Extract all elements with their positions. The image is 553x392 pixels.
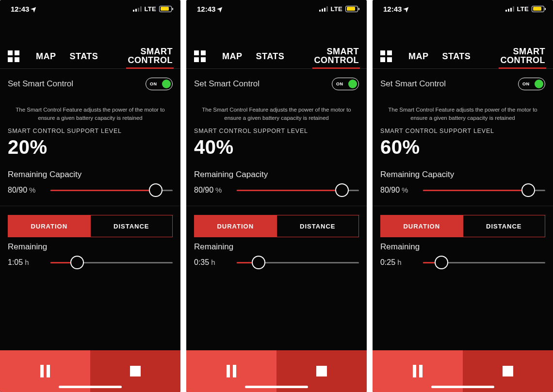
battery-icon bbox=[159, 6, 172, 12]
capacity-slider[interactable] bbox=[423, 183, 545, 197]
phone-screen: 12:43➤LTEMAPSTATSSMARTCONTROLSet Smart C… bbox=[186, 0, 367, 392]
segment-duration[interactable]: DURATION bbox=[381, 215, 463, 237]
support-level-value: 40% bbox=[186, 136, 367, 165]
capacity-value: 80/90% bbox=[380, 186, 416, 195]
support-level-value: 20% bbox=[0, 136, 180, 165]
smart-control-title: Set Smart Control bbox=[8, 79, 73, 89]
remaining-label: Remaining bbox=[0, 237, 180, 256]
home-indicator[interactable] bbox=[431, 386, 494, 388]
signal-icon bbox=[319, 6, 328, 12]
pause-icon bbox=[227, 365, 236, 377]
capacity-label: Remaining Capacity bbox=[186, 165, 367, 183]
grid-button[interactable] bbox=[380, 50, 392, 62]
battery-icon bbox=[345, 6, 358, 12]
remaining-slider[interactable] bbox=[50, 256, 173, 269]
phone-screen: 12:43➤LTEMAPSTATSSMARTCONTROLSet Smart C… bbox=[0, 0, 180, 392]
location-icon: ➤ bbox=[29, 4, 39, 14]
support-level-label: SMART CONTROL SUPPORT LEVEL bbox=[373, 126, 553, 136]
remaining-label: Remaining bbox=[186, 237, 367, 256]
capacity-slider[interactable] bbox=[50, 183, 173, 197]
segment-distance[interactable]: DISTANCE bbox=[90, 215, 173, 237]
capacity-label: Remaining Capacity bbox=[0, 165, 180, 183]
mode-segmented: DURATIONDISTANCE bbox=[194, 215, 359, 237]
remaining-value: 0:35h bbox=[194, 258, 230, 267]
location-icon: ➤ bbox=[215, 4, 225, 14]
home-indicator[interactable] bbox=[245, 386, 308, 388]
capacity-slider[interactable] bbox=[237, 183, 359, 197]
segment-distance[interactable]: DISTANCE bbox=[463, 215, 545, 237]
segment-distance[interactable]: DISTANCE bbox=[276, 215, 359, 237]
remaining-slider[interactable] bbox=[423, 256, 545, 269]
status-time: 12:43 bbox=[11, 5, 29, 13]
tab-smart-control[interactable]: SMARTCONTROL bbox=[314, 47, 359, 68]
remaining-value: 1:05h bbox=[8, 258, 44, 267]
smart-control-description: The Smart Control Feature adjusts the po… bbox=[0, 99, 180, 126]
tab-smart-control[interactable]: SMARTCONTROL bbox=[501, 47, 546, 68]
smart-control-toggle[interactable]: ON bbox=[332, 78, 359, 90]
tab-stats[interactable]: STATS bbox=[70, 51, 98, 68]
network-label: LTE bbox=[517, 5, 529, 13]
support-level-value: 60% bbox=[373, 136, 553, 165]
mode-segmented: DURATIONDISTANCE bbox=[380, 215, 545, 237]
home-indicator[interactable] bbox=[59, 386, 122, 388]
status-time: 12:43 bbox=[383, 5, 402, 13]
status-bar: 12:43➤LTE bbox=[373, 0, 553, 17]
pause-icon bbox=[413, 365, 423, 377]
tab-bar: MAPSTATSSMARTCONTROL bbox=[373, 44, 553, 69]
tab-stats[interactable]: STATS bbox=[256, 51, 285, 68]
network-label: LTE bbox=[145, 5, 157, 13]
segment-duration[interactable]: DURATION bbox=[195, 215, 276, 237]
tab-map[interactable]: MAP bbox=[222, 51, 243, 68]
stop-icon bbox=[316, 366, 327, 376]
remaining-slider[interactable] bbox=[237, 256, 359, 269]
smart-control-toggle[interactable]: ON bbox=[146, 78, 173, 90]
battery-icon bbox=[532, 6, 544, 12]
smart-control-title: Set Smart Control bbox=[380, 79, 446, 89]
tab-smart-control[interactable]: SMARTCONTROL bbox=[128, 47, 173, 68]
support-level-label: SMART CONTROL SUPPORT LEVEL bbox=[0, 126, 180, 136]
tab-map[interactable]: MAP bbox=[36, 51, 56, 68]
signal-icon bbox=[133, 6, 142, 12]
segment-duration[interactable]: DURATION bbox=[8, 215, 90, 237]
tab-stats[interactable]: STATS bbox=[442, 51, 471, 68]
tab-bar: MAPSTATSSMARTCONTROL bbox=[0, 44, 180, 69]
grid-button[interactable] bbox=[194, 50, 206, 62]
grid-button[interactable] bbox=[8, 50, 19, 62]
mode-segmented: DURATIONDISTANCE bbox=[8, 215, 173, 237]
smart-control-title: Set Smart Control bbox=[194, 79, 260, 89]
remaining-value: 0:25h bbox=[380, 258, 416, 267]
network-label: LTE bbox=[331, 5, 343, 13]
stop-icon bbox=[130, 366, 141, 376]
stop-icon bbox=[503, 366, 513, 376]
support-level-label: SMART CONTROL SUPPORT LEVEL bbox=[186, 126, 367, 136]
location-icon: ➤ bbox=[402, 4, 411, 14]
signal-icon bbox=[505, 6, 514, 12]
status-time: 12:43 bbox=[197, 5, 215, 13]
remaining-label: Remaining bbox=[373, 237, 553, 256]
capacity-value: 80/90% bbox=[194, 186, 230, 195]
tab-bar: MAPSTATSSMARTCONTROL bbox=[186, 44, 367, 69]
pause-icon bbox=[40, 365, 50, 377]
tab-map[interactable]: MAP bbox=[408, 51, 429, 68]
capacity-label: Remaining Capacity bbox=[373, 165, 553, 183]
status-bar: 12:43➤LTE bbox=[186, 0, 367, 17]
phone-screen: 12:43➤LTEMAPSTATSSMARTCONTROLSet Smart C… bbox=[373, 0, 553, 392]
capacity-value: 80/90% bbox=[8, 186, 44, 195]
smart-control-description: The Smart Control Feature adjusts the po… bbox=[186, 99, 367, 126]
status-bar: 12:43➤LTE bbox=[0, 0, 180, 17]
smart-control-toggle[interactable]: ON bbox=[518, 78, 545, 90]
smart-control-description: The Smart Control Feature adjusts the po… bbox=[373, 99, 553, 126]
